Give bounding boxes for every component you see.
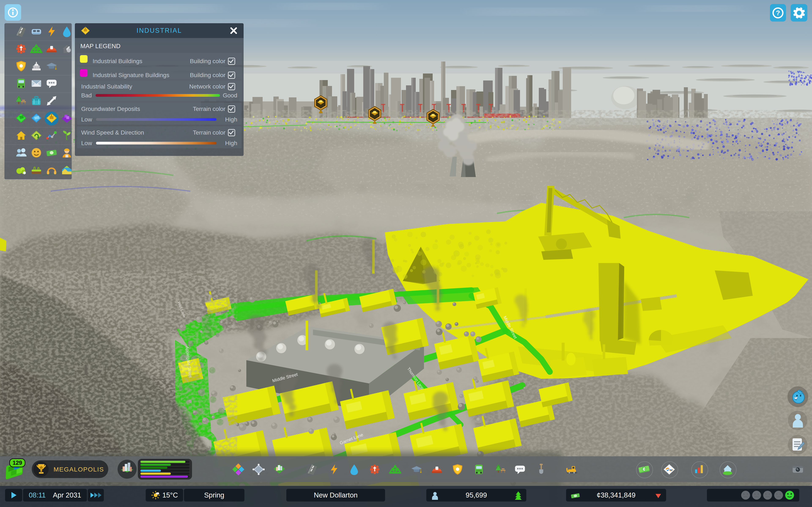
svg-text:?: ? — [776, 9, 780, 17]
svg-text:¢: ¢ — [643, 466, 646, 472]
